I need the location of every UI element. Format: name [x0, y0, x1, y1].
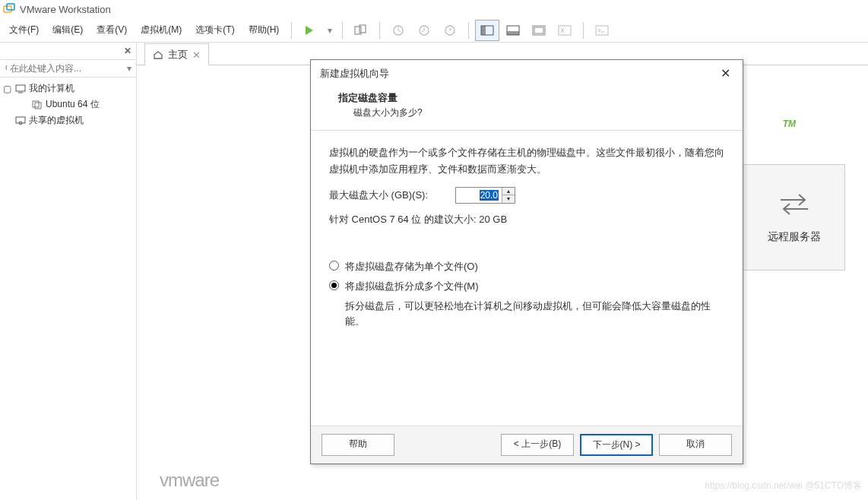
- clock-2-icon[interactable]: [412, 20, 436, 41]
- tm-badge: TM: [783, 119, 796, 129]
- view-split-left-icon[interactable]: [475, 20, 499, 41]
- tree-label: 我的计算机: [29, 82, 74, 95]
- view-split-bottom-icon[interactable]: [501, 20, 525, 41]
- dialog-info-text: 虚拟机的硬盘作为一个或多个文件存储在主机的物理磁盘中。这些文件最初很小，随着您向…: [329, 144, 724, 178]
- home-icon: [153, 50, 163, 59]
- radio-label: 将虚拟磁盘存储为单个文件(O): [345, 258, 478, 275]
- separator: [291, 22, 292, 39]
- radio-split-files[interactable]: 将虚拟磁盘拆分成多个文件(M): [329, 278, 724, 295]
- menubar: 文件(F) 编辑(E) 查看(V) 虚拟机(M) 选项卡(T) 帮助(H) ▾: [0, 18, 868, 43]
- dialog-subheading: 磁盘大小为多少?: [353, 106, 724, 119]
- menu-file[interactable]: 文件(F): [3, 21, 45, 40]
- remote-arrows-icon: [776, 191, 813, 218]
- svg-rect-21: [16, 117, 25, 123]
- dialog-heading: 指定磁盘容量: [338, 91, 724, 105]
- vm-icon: [32, 100, 43, 109]
- tree-shared[interactable]: 共享的虚拟机: [3, 112, 133, 128]
- clock-3-icon[interactable]: [438, 20, 462, 41]
- tree-my-computer[interactable]: ▢ 我的计算机: [3, 81, 133, 97]
- dialog-title: 新建虚拟机向导: [320, 67, 389, 81]
- dialog-footer: 帮助 < 上一步(B) 下一步(N) > 取消: [311, 426, 743, 464]
- window-title: VMware Workstation: [20, 4, 111, 15]
- new-vm-wizard-dialog: 新建虚拟机向导 ✕ 指定磁盘容量 磁盘大小为多少? 虚拟机的硬盘作为一个或多个文…: [310, 59, 743, 464]
- spin-down-icon[interactable]: ▼: [502, 195, 515, 203]
- shared-icon: [15, 116, 26, 125]
- svg-rect-13: [559, 26, 571, 35]
- radio-icon: [329, 261, 339, 271]
- disk-size-input[interactable]: 20.0: [456, 186, 502, 204]
- next-button[interactable]: 下一步(N) >: [580, 434, 653, 456]
- tree-label: Ubuntu 64 位: [46, 98, 100, 111]
- tab-label: 主页: [168, 48, 188, 62]
- separator: [583, 22, 584, 39]
- sidebar-header: ✕: [0, 43, 136, 60]
- svg-rect-8: [481, 26, 486, 35]
- watermark: https://blog.csdn.net/wei @51CTO博客: [705, 479, 862, 492]
- card-label: 远程服务器: [768, 230, 821, 244]
- radio-icon-selected: [329, 280, 339, 290]
- svg-rect-0: [4, 6, 11, 12]
- menu-help[interactable]: 帮助(H): [242, 21, 286, 40]
- radio-description: 拆分磁盘后，可以更轻松地在计算机之间移动虚拟机，但可能会降低大容量磁盘的性能。: [345, 299, 724, 331]
- titlebar: VMware Workstation: [0, 0, 868, 18]
- sidebar-search: ▾: [0, 60, 136, 78]
- menu-view[interactable]: 查看(V): [90, 21, 133, 40]
- tab-home[interactable]: 主页 ✕: [144, 43, 209, 65]
- spin-up-icon[interactable]: ▲: [502, 188, 515, 195]
- vmware-logo: vmware: [160, 470, 219, 491]
- tab-close-icon[interactable]: ✕: [192, 49, 201, 61]
- app-icon: [3, 3, 15, 15]
- search-icon: [5, 63, 7, 74]
- computer-icon: [15, 84, 26, 93]
- power-on-button[interactable]: [298, 20, 322, 41]
- power-dropdown[interactable]: ▾: [324, 20, 336, 41]
- recommend-text: 针对 CentOS 7 64 位 的建议大小: 20 GB: [329, 211, 724, 228]
- svg-rect-14: [596, 26, 608, 35]
- menu-edit[interactable]: 编辑(E): [46, 21, 89, 40]
- connect-remote-card[interactable]: 远程服务器: [743, 164, 845, 271]
- separator: [379, 22, 380, 39]
- svg-rect-19: [33, 101, 39, 107]
- disk-size-spinner[interactable]: 20.0 ▲ ▼: [455, 187, 515, 204]
- search-input[interactable]: [10, 63, 124, 74]
- help-button[interactable]: 帮助: [322, 434, 394, 456]
- clock-1-icon[interactable]: [386, 20, 410, 41]
- library-tree: ▢ 我的计算机 Ubuntu 64 位 共享的虚拟机: [0, 78, 136, 131]
- console-icon[interactable]: [590, 20, 614, 41]
- unity-icon[interactable]: [553, 20, 577, 41]
- svg-rect-10: [507, 31, 519, 35]
- disk-size-label: 最大磁盘大小 (GB)(S):: [329, 187, 428, 204]
- snapshot-button[interactable]: [349, 20, 373, 41]
- search-dropdown-icon[interactable]: ▾: [127, 63, 131, 74]
- separator: [468, 22, 469, 39]
- svg-point-15: [6, 65, 7, 71]
- collapse-icon[interactable]: ▢: [3, 84, 12, 94]
- radio-label: 将虚拟磁盘拆分成多个文件(M): [345, 278, 479, 295]
- cancel-button[interactable]: 取消: [659, 434, 732, 456]
- fullscreen-icon[interactable]: [527, 20, 551, 41]
- menu-vm[interactable]: 虚拟机(M): [135, 21, 188, 40]
- svg-rect-17: [16, 85, 25, 91]
- tree-ubuntu[interactable]: Ubuntu 64 位: [3, 97, 133, 112]
- dialog-close-button[interactable]: ✕: [718, 66, 733, 81]
- sidebar: ✕ ▾ ▢ 我的计算机 Ubuntu 64 位 共享的虚拟机: [0, 43, 137, 500]
- sidebar-close-button[interactable]: ✕: [124, 46, 131, 56]
- menu-tabs[interactable]: 选项卡(T): [189, 21, 240, 40]
- svg-rect-11: [534, 27, 543, 33]
- separator: [342, 22, 343, 39]
- radio-single-file[interactable]: 将虚拟磁盘存储为单个文件(O): [329, 258, 724, 275]
- tree-label: 共享的虚拟机: [29, 114, 84, 127]
- svg-rect-20: [35, 103, 41, 109]
- back-button[interactable]: < 上一步(B): [501, 434, 574, 456]
- svg-rect-1: [7, 4, 14, 10]
